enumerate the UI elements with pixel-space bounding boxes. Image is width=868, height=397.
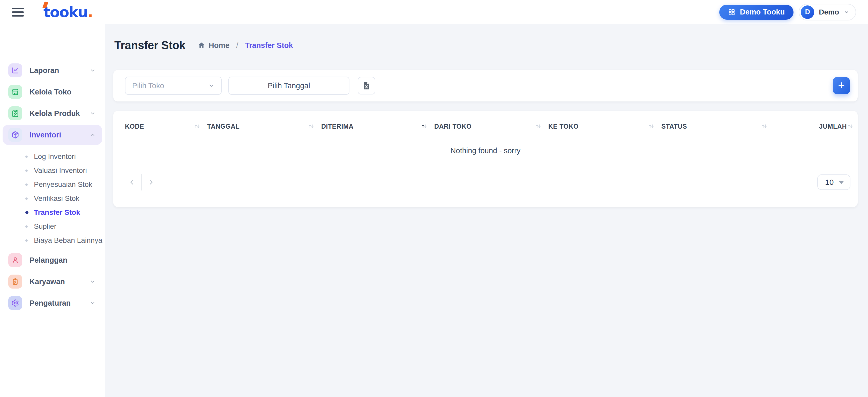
chevron-up-icon: [90, 132, 95, 138]
sidebar: Laporan Kelola Toko Kelola Produk Invent…: [0, 24, 105, 397]
file-excel-icon: [362, 81, 371, 90]
sort-icon: [421, 123, 428, 130]
chevron-down-icon: [208, 83, 214, 89]
customer-icon: [8, 253, 22, 267]
sort-icon: [535, 123, 541, 130]
bullet-icon: [25, 183, 28, 186]
logo-dot: .: [88, 4, 93, 21]
sidebar-item-karyawan[interactable]: Karyawan: [3, 272, 102, 292]
store-select-placeholder: Pilih Toko: [132, 82, 164, 90]
column-header-status[interactable]: STATUS: [661, 123, 774, 130]
chevron-down-icon: [90, 300, 95, 306]
sidebar-item-label: Karyawan: [30, 278, 65, 286]
sort-icon: [648, 123, 655, 130]
chevron-right-icon: [147, 178, 155, 186]
id-badge-icon: [8, 275, 22, 289]
sidebar-subitem-log-inventori[interactable]: Log Inventori: [3, 149, 102, 164]
column-label: STATUS: [661, 123, 687, 130]
page-size-select[interactable]: 10: [817, 174, 850, 190]
sidebar-nav: Laporan Kelola Toko Kelola Produk Invent…: [3, 60, 102, 313]
column-label: JUMLAH: [819, 123, 847, 130]
bullet-icon: [25, 155, 28, 158]
sidebar-subitem-label: Suplier: [34, 222, 56, 231]
gear-icon: [8, 296, 22, 310]
package-icon: [8, 128, 22, 142]
bullet-icon: [25, 225, 28, 228]
sidebar-subitem-label: Valuasi Inventori: [34, 166, 87, 175]
date-picker-input[interactable]: [228, 77, 349, 95]
sidebar-item-kelola-produk[interactable]: Kelola Produk: [3, 103, 102, 123]
empty-state-message: Nothing found - sorry: [113, 142, 858, 159]
column-header-tanggal[interactable]: TANGGAL: [207, 123, 321, 130]
sidebar-subitem-valuasi-inventori[interactable]: Valuasi Inventori: [3, 164, 102, 177]
sidebar-subitem-label: Penyesuaian Stok: [34, 180, 92, 189]
topbar: tooku. Demo Tooku D Demo: [0, 0, 868, 24]
breadcrumb-home-link[interactable]: Home: [198, 41, 230, 50]
page-size-value: 10: [825, 178, 834, 187]
pagination-divider: [141, 174, 142, 191]
sidebar-item-pengaturan[interactable]: Pengaturan: [3, 293, 102, 313]
sidebar-item-label: Kelola Produk: [30, 109, 80, 118]
bullet-icon: [25, 239, 28, 242]
sidebar-item-label: Pelanggan: [30, 256, 67, 264]
previous-page-button[interactable]: [126, 174, 138, 191]
column-header-kode[interactable]: KODE: [125, 123, 207, 130]
column-label: DARI TOKO: [434, 123, 471, 130]
export-excel-button[interactable]: [358, 77, 375, 94]
chevron-down-icon: [90, 111, 95, 116]
sidebar-subitem-transfer-stok[interactable]: Transfer Stok: [3, 205, 102, 220]
column-header-dari-toko[interactable]: DARI TOKO: [434, 123, 548, 130]
hamburger-menu-icon[interactable]: [12, 8, 24, 17]
store-icon: [8, 85, 22, 99]
sidebar-subitem-verifikasi-stok[interactable]: Verifikasi Stok: [3, 192, 102, 205]
sidebar-subitem-label: Biaya Beban Lainnya: [34, 236, 102, 245]
app-logo: tooku.: [43, 5, 93, 20]
table-header-row: KODE TANGGAL DITERIMA DARI TOKO KE TOKO …: [113, 111, 858, 142]
inventori-submenu: Log Inventori Valuasi Inventori Penyesua…: [3, 146, 102, 250]
sidebar-subitem-label: Log Inventori: [34, 152, 76, 161]
sidebar-subitem-label: Verifikasi Stok: [34, 194, 80, 203]
chevron-down-icon: [844, 9, 849, 15]
sort-icon: [194, 123, 200, 130]
plus-icon: +: [838, 80, 845, 91]
sidebar-item-laporan[interactable]: Laporan: [3, 60, 102, 81]
next-page-button[interactable]: [145, 174, 157, 191]
store-switcher-button[interactable]: Demo Tooku: [719, 5, 794, 20]
sidebar-subitem-penyesuaian-stok[interactable]: Penyesuaian Stok: [3, 177, 102, 192]
user-menu[interactable]: D Demo: [799, 4, 856, 21]
chevron-left-icon: [128, 178, 136, 186]
sidebar-item-inventori[interactable]: Inventori: [3, 125, 102, 145]
topbar-right: Demo Tooku D Demo: [719, 4, 856, 21]
sort-icon: [308, 123, 314, 130]
chart-icon: [8, 63, 22, 77]
clipboard-icon: [8, 106, 22, 120]
sort-icon: [847, 123, 854, 130]
user-name: Demo: [819, 8, 839, 16]
column-header-ke-toko[interactable]: KE TOKO: [548, 123, 661, 130]
pagination: 10: [113, 174, 858, 191]
main-content: Transfer Stok Home / Transfer Stok Pilih…: [105, 24, 868, 207]
avatar: D: [801, 5, 814, 19]
store-switcher-label: Demo Tooku: [740, 8, 785, 16]
grid-icon: [728, 8, 735, 16]
filter-card: Pilih Toko +: [113, 70, 858, 102]
add-transfer-button[interactable]: +: [833, 77, 850, 94]
caret-down-icon: [838, 181, 844, 184]
sidebar-item-label: Pengaturan: [30, 299, 71, 308]
chevron-down-icon: [90, 67, 95, 73]
sidebar-subitem-suplier[interactable]: Suplier: [3, 220, 102, 233]
sidebar-item-kelola-toko[interactable]: Kelola Toko: [3, 82, 102, 102]
sidebar-subitem-biaya-beban-lainnya[interactable]: Biaya Beban Lainnya: [3, 233, 102, 248]
sidebar-item-pelanggan[interactable]: Pelanggan: [3, 250, 102, 270]
breadcrumb-current: Transfer Stok: [245, 41, 293, 50]
chevron-down-icon: [90, 279, 95, 284]
column-header-diterima[interactable]: DITERIMA: [321, 123, 434, 130]
sidebar-item-label: Kelola Toko: [30, 88, 71, 96]
page-head: Transfer Stok Home / Transfer Stok: [113, 39, 858, 52]
page-title: Transfer Stok: [114, 39, 185, 52]
logo-text: tooku: [43, 4, 88, 21]
column-label: TANGGAL: [207, 123, 240, 130]
column-header-jumlah[interactable]: JUMLAH: [774, 123, 851, 130]
bullet-icon: [25, 197, 28, 200]
store-select[interactable]: Pilih Toko: [125, 77, 222, 95]
